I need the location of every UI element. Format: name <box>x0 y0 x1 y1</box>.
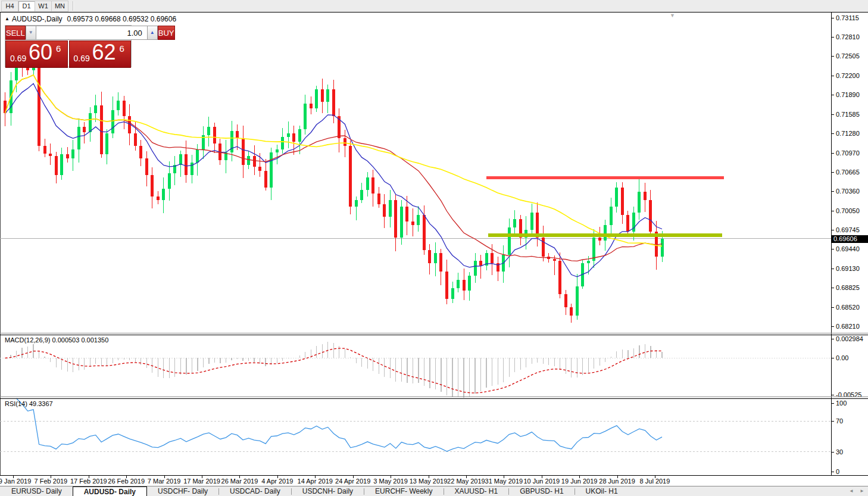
price-tick-label: 0.70970 <box>836 149 860 157</box>
buy-price-prefix: 0.69 <box>74 54 90 63</box>
axis-tick <box>832 288 834 288</box>
sell-price-box[interactable]: 0.69 60 6 <box>5 40 68 68</box>
macd-tick-label: 0.002984 <box>836 335 863 342</box>
tab-usdcad-daily[interactable]: USDCAD- Daily <box>219 486 291 496</box>
axis-tick <box>832 153 834 154</box>
date-label: 22 May 2019 <box>447 478 485 485</box>
price-tick-label: 0.70665 <box>836 169 860 176</box>
chart-symbol-label: AUDUSD-,Daily <box>12 15 63 23</box>
axis-tick <box>832 395 834 395</box>
tab-ukoil-h1[interactable]: UKOil- H1 <box>575 486 629 496</box>
sell-price-prefix: 0.69 <box>10 54 26 63</box>
chart-tabs: EURUSD- DailyAUDUSD- DailyUSDCHF- DailyU… <box>1 486 629 496</box>
chart-plot-area[interactable] <box>0 0 868 496</box>
price-tick-label: 0.73115 <box>836 14 859 21</box>
price-tick-label: 0.69130 <box>836 265 860 272</box>
price-tick-label: 0.68210 <box>836 323 860 330</box>
date-label: 13 May 2019 <box>410 478 448 485</box>
axis-tick <box>832 249 834 249</box>
date-tick <box>202 476 202 478</box>
time-axis-border <box>0 475 868 476</box>
date-label: 8 Jul 2019 <box>640 478 670 485</box>
buy-price-big: 62 <box>92 40 116 65</box>
date-label: 7 Mar 2019 <box>148 478 181 485</box>
price-tick-label: 0.71890 <box>836 91 860 98</box>
date-tick <box>126 476 127 478</box>
tab-scroll-left-icon[interactable]: ◄ <box>849 488 854 494</box>
date-label: 7 Feb 2019 <box>35 478 68 485</box>
date-label: 24 Apr 2019 <box>335 478 370 485</box>
sell-price-big: 60 <box>29 40 52 65</box>
resistance-line <box>486 176 724 179</box>
panel-splitter[interactable] <box>0 333 868 333</box>
date-tick <box>89 476 89 478</box>
rsi-tick-label: 30 <box>836 448 843 456</box>
date-label: 19 Jun 2019 <box>561 478 598 485</box>
sell-price-sup: 6 <box>56 43 61 54</box>
panel-splitter[interactable] <box>0 398 868 399</box>
candlestick-series <box>4 46 664 323</box>
date-tick <box>429 476 429 478</box>
date-tick <box>542 476 542 478</box>
volume-increase-button[interactable]: ▲ <box>147 26 158 40</box>
date-tick <box>51 476 51 478</box>
axis-tick <box>832 403 834 404</box>
axis-tick <box>832 326 834 327</box>
axis-tick <box>832 472 834 472</box>
panel-splitter[interactable] <box>0 335 868 335</box>
axis-tick <box>832 95 834 95</box>
tab-xauusd-h1[interactable]: XAUUSD- H1 <box>444 486 509 496</box>
support-line <box>488 233 722 237</box>
sell-button[interactable]: SELL <box>5 26 26 40</box>
panel-splitter[interactable] <box>0 397 868 397</box>
buy-price-box[interactable]: 0.69 62 6 <box>69 40 132 68</box>
macd-tick-label: -0.00525 <box>836 391 861 398</box>
price-tick-label: 0.71585 <box>836 111 860 118</box>
rsi-tick-label: 0 <box>836 468 839 475</box>
axis-tick <box>832 307 834 308</box>
tab-gbpusd-h1[interactable]: GBPUSD- H1 <box>509 486 574 496</box>
axis-tick <box>832 230 834 230</box>
price-tick-label: 0.72200 <box>836 72 860 79</box>
date-tick <box>391 476 391 478</box>
tab-scroll-right-icon[interactable]: ► <box>860 488 864 494</box>
date-tick <box>164 476 165 478</box>
volume-decrease-button[interactable]: ▼ <box>26 26 36 40</box>
axis-tick <box>832 172 834 173</box>
mt4-window: H4D1W1MN ▼ ▲AUDUSD-,Daily0.69573 0.69668… <box>0 0 868 496</box>
chart-header: ▲AUDUSD-,Daily0.69573 0.69668 0.69532 0.… <box>5 15 176 23</box>
price-tick-label: 0.72505 <box>836 52 860 60</box>
date-label: 3 May 2019 <box>373 478 407 485</box>
date-label: 31 May 2019 <box>485 478 523 485</box>
tab-usdchf-daily[interactable]: USDCHF- Daily <box>147 486 218 496</box>
date-tick <box>277 476 278 478</box>
chart-ohlc-values: 0.69573 0.69668 0.69532 0.69606 <box>67 15 177 23</box>
tab-eurchf-weekly[interactable]: EURCHF- Weekly <box>364 486 443 496</box>
axis-tick <box>832 37 834 38</box>
date-label: 14 Apr 2019 <box>298 478 333 485</box>
axis-tick <box>832 358 834 358</box>
axis-tick <box>832 56 834 57</box>
axis-tick <box>832 114 834 115</box>
one-click-trading-panel: SELL ▼ ▲ BUY 0.69 60 6 0.69 62 6 <box>5 25 132 67</box>
price-tick-label: 0.69745 <box>836 226 860 233</box>
price-tick-label: 0.68825 <box>836 284 860 291</box>
price-tick-label: 0.70050 <box>836 207 860 214</box>
price-tick-label: 0.68520 <box>836 304 860 311</box>
chart-shift-triangle-icon: ▼ <box>670 13 675 18</box>
volume-input[interactable] <box>36 26 147 40</box>
rsi-tick-label: 100 <box>836 400 847 407</box>
price-tick-label: 0.71280 <box>836 130 860 137</box>
axis-tick <box>832 452 834 453</box>
axis-tick <box>832 211 834 211</box>
buy-button[interactable]: BUY <box>158 26 175 40</box>
date-label: 26 Feb 2019 <box>108 478 145 485</box>
price-tick-label: 0.69440 <box>836 245 860 252</box>
tab-eurusd-daily[interactable]: EURUSD- Daily <box>1 486 73 496</box>
rsi-line <box>17 398 663 451</box>
axis-tick <box>832 76 834 76</box>
date-tick <box>655 476 655 478</box>
macd-tick-label: 0.00 <box>836 354 848 361</box>
tab-usdcnh-daily[interactable]: USDCNH- Daily <box>292 486 364 496</box>
tab-audusd-daily[interactable]: AUDUSD- Daily <box>73 486 147 496</box>
